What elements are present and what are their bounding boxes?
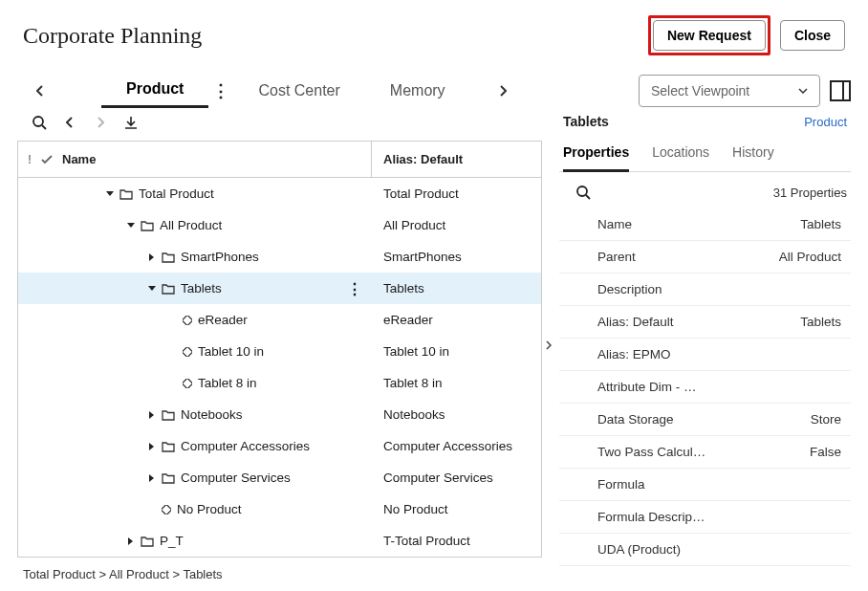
node-alias: Computer Services: [372, 471, 541, 485]
tree-row[interactable]: No ProductNo Product: [18, 493, 541, 525]
expander-toggle[interactable]: [146, 286, 158, 292]
tree-row[interactable]: Computer AccessoriesComputer Accessories: [18, 430, 541, 462]
node-label: P_T: [160, 534, 184, 548]
property-value: All Product: [779, 250, 841, 264]
property-value: Tablets: [800, 315, 841, 329]
node-alias: All Product: [372, 218, 541, 232]
property-row[interactable]: NameTablets: [559, 208, 851, 241]
node-label: Computer Accessories: [181, 439, 310, 453]
folder-icon: [162, 472, 175, 484]
property-row[interactable]: Attribute Dim - …: [559, 371, 851, 404]
viewpoint-tab[interactable]: Cost Center: [233, 75, 364, 107]
pane-resize-handle[interactable]: [542, 108, 555, 581]
property-label: Two Pass Calcul…: [597, 445, 705, 459]
node-label: Notebooks: [181, 407, 243, 422]
tree-row[interactable]: eReadereReader: [18, 304, 541, 336]
tree-row[interactable]: Tablets⋮Tablets: [18, 273, 541, 304]
expander-toggle[interactable]: [146, 253, 158, 261]
properties-count: 31 Properties: [773, 186, 847, 200]
folder-icon: [119, 188, 133, 200]
node-alias: eReader: [372, 313, 541, 327]
column-header-name[interactable]: Name: [62, 152, 96, 166]
search-icon[interactable]: [31, 114, 48, 131]
viewpoint-select[interactable]: Select Viewpoint: [639, 75, 820, 107]
close-button[interactable]: Close: [780, 20, 845, 51]
svg-line-1: [42, 125, 46, 129]
details-tab[interactable]: Locations: [652, 144, 709, 171]
folder-icon: [141, 536, 154, 547]
expander-toggle[interactable]: [104, 191, 116, 197]
node-alias: Notebooks: [372, 407, 541, 422]
svg-line-7: [586, 195, 590, 199]
breadcrumb[interactable]: Total Product > All Product > Tablets: [17, 558, 542, 581]
property-row[interactable]: Two Pass Calcul…False: [559, 436, 851, 469]
node-label: No Product: [177, 502, 242, 516]
page-title: Corporate Planning: [23, 23, 202, 49]
node-alias: Total Product: [372, 186, 541, 201]
tabs-next-button[interactable]: [489, 77, 516, 104]
tree-row[interactable]: SmartPhonesSmartPhones: [18, 241, 541, 273]
node-alias: T-Total Product: [372, 534, 541, 548]
expander-toggle[interactable]: [125, 537, 137, 545]
new-request-button[interactable]: New Request: [653, 20, 766, 51]
node-label: Tablet 8 in: [198, 376, 257, 390]
tree-row[interactable]: NotebooksNotebooks: [18, 399, 541, 430]
property-row[interactable]: Description: [559, 274, 851, 306]
svg-point-0: [33, 117, 43, 126]
node-alias: Tablets: [372, 281, 541, 296]
expander-toggle[interactable]: [146, 443, 158, 450]
node-label: All Product: [160, 218, 222, 232]
nav-forward-icon[interactable]: [92, 114, 109, 131]
property-label: Alias: EPMO: [597, 347, 671, 361]
node-alias: No Product: [372, 502, 541, 516]
property-label: Data Storage: [597, 412, 674, 427]
tree-row[interactable]: Tablet 10 inTablet 10 in: [18, 336, 541, 367]
property-label: Parent: [597, 250, 636, 264]
expander-toggle[interactable]: [125, 223, 137, 229]
tree-row[interactable]: Total ProductTotal Product: [18, 178, 541, 209]
tree-row[interactable]: All ProductAll Product: [18, 209, 541, 241]
nav-back-icon[interactable]: [61, 114, 78, 131]
details-tab[interactable]: History: [732, 144, 774, 171]
property-row[interactable]: Formula Descrip…: [559, 501, 851, 534]
node-alias: Tablet 10 in: [372, 344, 541, 359]
check-header-icon[interactable]: [41, 155, 53, 164]
svg-rect-2: [183, 316, 192, 325]
download-icon[interactable]: [122, 114, 140, 131]
details-tab[interactable]: Properties: [563, 144, 629, 172]
leaf-icon: [183, 347, 192, 357]
node-label: Computer Services: [181, 471, 291, 485]
property-row[interactable]: Alias: DefaultTablets: [559, 306, 851, 339]
warning-header-icon[interactable]: !: [28, 153, 32, 166]
tree-row[interactable]: P_TT-Total Product: [18, 525, 541, 557]
viewpoint-tab[interactable]: Product: [101, 73, 208, 108]
property-label: Attribute Dim - …: [597, 380, 697, 394]
leaf-icon: [183, 316, 192, 325]
viewpoint-tab[interactable]: Memory: [365, 75, 470, 107]
expander-toggle[interactable]: [146, 474, 158, 482]
panel-layout-toggle[interactable]: [830, 80, 851, 101]
tabs-prev-button[interactable]: [27, 77, 54, 104]
tree-row[interactable]: Computer ServicesComputer Services: [18, 462, 541, 493]
property-row[interactable]: ParentAll Product: [559, 241, 851, 274]
tree-row[interactable]: Tablet 8 inTablet 8 in: [18, 367, 541, 399]
svg-point-6: [577, 186, 587, 196]
property-value: Tablets: [800, 217, 841, 231]
properties-search-icon[interactable]: [575, 184, 592, 201]
property-row[interactable]: UDA (Product): [559, 534, 851, 566]
node-label: SmartPhones: [181, 250, 259, 264]
property-row[interactable]: Data StorageStore: [559, 404, 851, 436]
viewpoint-placeholder: Select Viewpoint: [651, 83, 749, 98]
expander-toggle[interactable]: [146, 411, 158, 419]
folder-icon: [141, 220, 154, 231]
property-row[interactable]: Alias: EPMO: [559, 339, 851, 371]
column-header-alias[interactable]: Alias: Default: [372, 142, 541, 177]
property-value: False: [810, 445, 841, 459]
details-type-link[interactable]: Product: [804, 115, 847, 129]
property-row[interactable]: Formula: [559, 469, 851, 501]
row-actions-icon[interactable]: ⋮: [347, 280, 362, 298]
tab-more-icon[interactable]: ⋮: [208, 80, 233, 101]
svg-rect-3: [183, 347, 192, 357]
svg-rect-5: [162, 505, 171, 514]
node-label: eReader: [198, 313, 248, 327]
